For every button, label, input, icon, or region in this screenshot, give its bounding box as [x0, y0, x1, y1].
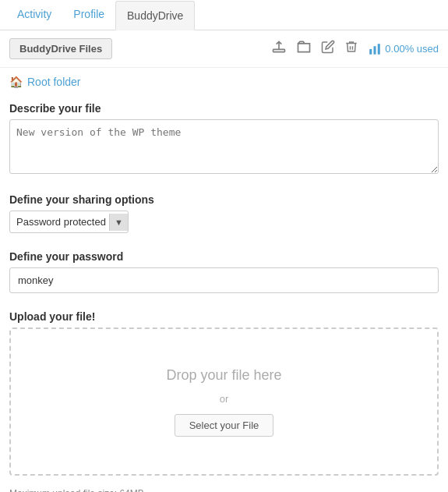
describe-input[interactable]: [9, 119, 439, 174]
password-section: Define your password: [0, 244, 448, 299]
svg-rect-0: [273, 49, 285, 51]
describe-label: Describe your file: [9, 102, 439, 115]
buddydrive-files-button[interactable]: BuddyDrive Files: [9, 38, 112, 59]
folder-icon[interactable]: [296, 39, 312, 58]
upload-section: Upload your file! Drop your file here or…: [0, 304, 448, 485]
usage-display: 0.00% used: [368, 42, 439, 56]
max-upload-note: Maximum upload file size: 64MB.: [0, 485, 448, 492]
toolbar: BuddyDrive Files: [0, 30, 448, 68]
edit-icon[interactable]: [321, 40, 335, 58]
select-file-button[interactable]: Select your File: [175, 414, 274, 437]
svg-rect-1: [370, 49, 372, 55]
drop-text: Drop your file here: [166, 367, 281, 384]
upload-icon[interactable]: [271, 39, 287, 58]
root-folder-link[interactable]: Root folder: [27, 76, 80, 88]
upload-label: Upload your file!: [9, 310, 439, 323]
tab-profile[interactable]: Profile: [62, 0, 115, 30]
tab-activity[interactable]: Activity: [6, 0, 62, 30]
svg-rect-3: [378, 44, 380, 55]
tab-buddydrive[interactable]: BuddyDrive: [115, 1, 195, 30]
describe-section: Describe your file: [0, 96, 448, 182]
home-icon: 🏠: [9, 76, 23, 88]
sharing-select-wrapper[interactable]: Password protected Public Private ▼: [9, 211, 129, 233]
tab-bar: Activity Profile BuddyDrive: [0, 0, 448, 30]
password-input[interactable]: [9, 267, 439, 293]
upload-dropzone[interactable]: Drop your file here or Select your File: [9, 327, 439, 476]
usage-text: 0.00% used: [385, 43, 439, 55]
sharing-select[interactable]: Password protected Public Private: [10, 211, 109, 232]
or-text: or: [220, 393, 229, 405]
password-label: Define your password: [9, 250, 439, 263]
sharing-section: Define your sharing options Password pro…: [0, 187, 448, 239]
select-arrow-icon: ▼: [109, 214, 128, 231]
breadcrumb: 🏠 Root folder: [0, 68, 448, 96]
sharing-label: Define your sharing options: [9, 193, 439, 206]
delete-icon[interactable]: [344, 40, 358, 58]
chart-icon: [368, 42, 382, 56]
svg-rect-2: [374, 46, 376, 55]
